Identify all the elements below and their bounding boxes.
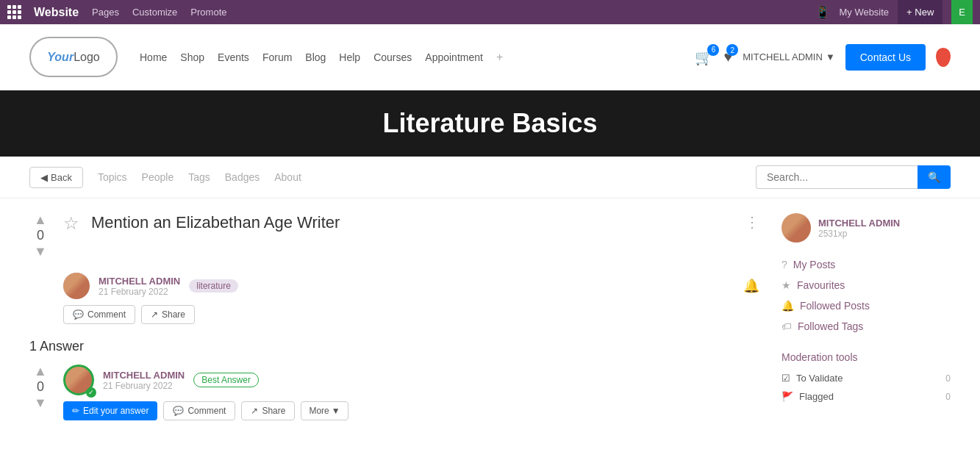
sidebar-menu: ? My Posts ★ Favourites 🔔 Followed Posts… bbox=[782, 254, 951, 337]
comment-icon: 💬 bbox=[73, 309, 84, 320]
edit-answer-button[interactable]: ✏ Edit your answer bbox=[63, 401, 157, 420]
best-answer-badge: Best Answer bbox=[193, 373, 259, 387]
followed-posts-link[interactable]: Followed Posts bbox=[800, 300, 870, 312]
cart-icon[interactable]: 🛒 6 bbox=[695, 49, 713, 66]
forum-tab-tags[interactable]: Tags bbox=[188, 171, 210, 183]
logo[interactable]: YourLogo bbox=[29, 37, 118, 77]
vote-count: 0 bbox=[37, 228, 44, 243]
sidebar-xp: 2531xp bbox=[818, 229, 900, 239]
contact-button[interactable]: Contact Us bbox=[845, 44, 926, 71]
answer-vote-up-icon[interactable]: ▲ bbox=[34, 365, 47, 378]
answer-share-icon: ↗ bbox=[251, 406, 258, 416]
wishlist-badge: 2 bbox=[726, 44, 738, 56]
admin-nav-pages[interactable]: Pages bbox=[92, 7, 119, 18]
search-box: 🔍 bbox=[756, 165, 951, 189]
answer-vote-count: 0 bbox=[37, 379, 44, 395]
post-tag[interactable]: literature bbox=[189, 279, 238, 293]
nav-home[interactable]: Home bbox=[140, 51, 167, 63]
nav-forum[interactable]: Forum bbox=[262, 51, 292, 63]
nav-help[interactable]: Help bbox=[339, 51, 360, 63]
answer-share-button[interactable]: ↗ Share bbox=[241, 401, 295, 420]
content-right: MITCHELL ADMIN 2531xp ? My Posts ★ Favou… bbox=[782, 213, 951, 429]
share-icon: ↗ bbox=[151, 309, 158, 320]
nav-appointment[interactable]: Appointment bbox=[425, 51, 483, 63]
answer-author-name[interactable]: MITCHELL ADMIN bbox=[103, 370, 185, 381]
nav-shop[interactable]: Shop bbox=[180, 51, 204, 63]
answer-comment-button[interactable]: 💬 Comment bbox=[163, 401, 235, 420]
verified-check-icon: ✓ bbox=[86, 387, 96, 398]
answer-comment-label: Comment bbox=[187, 406, 226, 416]
answer-vote-down-icon[interactable]: ▼ bbox=[34, 396, 47, 409]
wishlist-icon[interactable]: ♥ 2 bbox=[723, 49, 732, 65]
forum-tab-about[interactable]: About bbox=[274, 171, 301, 183]
mobile-icon[interactable]: 📱 bbox=[815, 5, 830, 19]
sidebar-followed-tags[interactable]: 🏷 Followed Tags bbox=[782, 316, 951, 337]
sidebar-followed-posts[interactable]: 🔔 Followed Posts bbox=[782, 295, 951, 316]
star-icon[interactable]: ☆ bbox=[63, 213, 79, 234]
answer-author-avatar-wrapper: ✓ bbox=[63, 365, 94, 395]
my-posts-link[interactable]: My Posts bbox=[793, 259, 836, 270]
answer-date: 21 February 2022 bbox=[103, 381, 185, 391]
flagged-count: 0 bbox=[945, 392, 951, 402]
comment-label: Comment bbox=[87, 309, 126, 320]
admin-nav-promote[interactable]: Promote bbox=[190, 7, 226, 18]
search-input[interactable] bbox=[756, 165, 918, 189]
admin-name: MITCHELL ADMIN bbox=[743, 51, 823, 62]
answer-more-button[interactable]: More ▼ bbox=[301, 401, 348, 420]
vote-down-icon[interactable]: ▼ bbox=[34, 245, 47, 258]
admin-nav-customize[interactable]: Customize bbox=[132, 7, 177, 18]
nav-events[interactable]: Events bbox=[218, 51, 249, 63]
notify-bell-icon[interactable]: 🔔 bbox=[743, 278, 759, 294]
moderation-validate-left: ☑ To Validate bbox=[782, 373, 843, 384]
admin-bar-brand: Website bbox=[34, 6, 79, 19]
comment-button[interactable]: 💬 Comment bbox=[63, 305, 135, 324]
answer-author-info: MITCHELL ADMIN 21 February 2022 bbox=[103, 369, 185, 391]
sidebar-username[interactable]: MITCHELL ADMIN bbox=[818, 218, 900, 229]
forum-nav-left: ◀ Back Topics People Tags Badges About bbox=[29, 167, 301, 188]
nav-courses[interactable]: Courses bbox=[373, 51, 412, 63]
back-arrow-icon: ◀ bbox=[40, 172, 48, 183]
post-author-info: MITCHELL ADMIN 21 February 2022 bbox=[99, 275, 180, 297]
admin-bar-right: 📱 My Website + New E bbox=[815, 0, 973, 24]
sidebar-user-info: MITCHELL ADMIN 2531xp bbox=[818, 218, 900, 239]
sidebar-favourites[interactable]: ★ Favourites bbox=[782, 275, 951, 295]
star-menu-icon: ★ bbox=[782, 279, 791, 291]
new-button[interactable]: + New bbox=[898, 0, 943, 24]
tag-menu-icon: 🏷 bbox=[782, 320, 792, 332]
nav-blog[interactable]: Blog bbox=[305, 51, 326, 63]
share-button[interactable]: ↗ Share bbox=[141, 305, 195, 324]
avatar-image bbox=[63, 273, 90, 299]
main-content: ▲ 0 ▼ ☆ Mention an Elizabethan Age Write… bbox=[0, 198, 980, 444]
sidebar-my-posts[interactable]: ? My Posts bbox=[782, 254, 951, 275]
moderation-validate[interactable]: ☑ To Validate 0 bbox=[782, 369, 951, 387]
forum-tab-badges[interactable]: Badges bbox=[225, 171, 260, 183]
sidebar-user-avatar bbox=[782, 213, 811, 243]
forum-nav: ◀ Back Topics People Tags Badges About 🔍 bbox=[0, 157, 980, 198]
validate-label: To Validate bbox=[796, 373, 843, 384]
admin-bar: Website Pages Customize Promote 📱 My Web… bbox=[0, 0, 980, 24]
vote-up-icon[interactable]: ▲ bbox=[34, 213, 47, 226]
dropdown-arrow-icon: ▼ bbox=[826, 51, 835, 62]
moderation-flagged[interactable]: 🚩 Flagged 0 bbox=[782, 387, 951, 406]
validate-check-icon: ☑ bbox=[782, 373, 790, 384]
question-icon: ? bbox=[782, 259, 787, 270]
edit-button[interactable]: E bbox=[951, 0, 973, 24]
add-nav-item-icon[interactable]: + bbox=[496, 51, 503, 64]
post-meta: MITCHELL ADMIN 21 February 2022 literatu… bbox=[63, 273, 759, 299]
post-author-name[interactable]: MITCHELL ADMIN bbox=[99, 276, 180, 287]
app-grid-icon[interactable] bbox=[7, 5, 26, 19]
forum-tab-people[interactable]: People bbox=[142, 171, 174, 183]
bell-menu-icon: 🔔 bbox=[782, 300, 794, 312]
forum-tab-topics[interactable]: Topics bbox=[98, 171, 127, 183]
search-button[interactable]: 🔍 bbox=[918, 165, 951, 189]
my-website-dropdown[interactable]: My Website bbox=[839, 7, 889, 18]
followed-tags-link[interactable]: Followed Tags bbox=[798, 320, 863, 332]
admin-dropdown[interactable]: MITCHELL ADMIN ▼ bbox=[743, 51, 834, 62]
grid-dots-icon bbox=[7, 5, 22, 19]
hero-title: Literature Basics bbox=[382, 108, 597, 139]
favourites-link[interactable]: Favourites bbox=[797, 279, 845, 291]
answer-more-arrow-icon: ▼ bbox=[332, 406, 340, 416]
back-button[interactable]: ◀ Back bbox=[29, 167, 83, 188]
more-options-icon[interactable]: ⋮ bbox=[745, 213, 759, 231]
post-header: ▲ 0 ▼ ☆ Mention an Elizabethan Age Write… bbox=[29, 213, 759, 258]
